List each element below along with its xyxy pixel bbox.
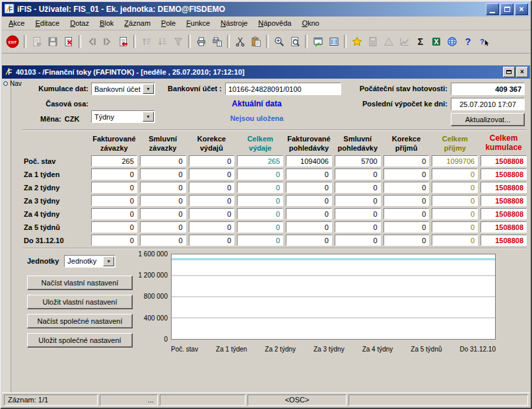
chevron-down-icon[interactable]: ▼ [103, 256, 114, 266]
table-cell[interactable]: 0 [91, 195, 137, 206]
table-cell[interactable]: 0 [432, 168, 478, 180]
favorites-button[interactable] [349, 34, 364, 50]
close-button[interactable]: × [515, 3, 528, 15]
bankovni-ucet-input[interactable] [225, 83, 341, 95]
table-cell[interactable]: 0 [140, 208, 186, 219]
table-cell[interactable]: 1508808 [481, 235, 527, 246]
table-cell[interactable]: 265 [91, 155, 137, 167]
casova-osa-dropdown[interactable]: Týdny ▼ [91, 110, 155, 123]
paste-button[interactable] [248, 34, 263, 50]
maximize-button[interactable] [500, 3, 514, 15]
table-cell[interactable]: 0 [189, 195, 235, 206]
table-cell[interactable]: 0 [189, 168, 235, 180]
table-cell[interactable]: 0 [237, 221, 283, 233]
table-cell[interactable]: 0 [383, 235, 430, 246]
filter-button[interactable] [170, 34, 185, 50]
delta-button[interactable] [381, 34, 396, 50]
ulozit-vlastni-nastaveni-button[interactable]: Uložit vlastní nastavení [27, 295, 133, 309]
table-cell[interactable]: 0 [140, 195, 186, 206]
table-cell[interactable]: 0 [286, 195, 332, 206]
jednotky-dropdown[interactable]: Jednotky ▼ [64, 255, 116, 268]
table-cell[interactable]: 0 [237, 208, 283, 219]
menu-nastroje[interactable]: Nástroje [215, 17, 253, 30]
table-cell[interactable]: 0 [335, 208, 381, 219]
table-cell[interactable]: 0 [286, 168, 332, 180]
table-cell[interactable]: 0 [140, 182, 186, 193]
table-cell[interactable]: 0 [140, 235, 186, 246]
nacist-spolecne-nastaveni-button[interactable]: Načíst společné nastavení [27, 314, 133, 328]
table-cell[interactable]: 265 [237, 155, 283, 167]
table-cell[interactable]: 1508808 [481, 208, 527, 219]
table-cell[interactable]: 0 [286, 182, 332, 193]
pocatecni-stav-field[interactable]: 409 367 [451, 83, 525, 95]
table-cell[interactable]: 0 [432, 235, 478, 246]
print-preview-button[interactable] [209, 34, 224, 50]
save-button[interactable] [45, 34, 60, 50]
zoom-in-button[interactable] [271, 34, 286, 50]
table-cell[interactable]: 0 [432, 208, 478, 219]
cut-button[interactable] [232, 34, 248, 50]
exit-button[interactable]: EXIT [4, 34, 21, 50]
calculator-button[interactable] [365, 34, 380, 50]
table-cell[interactable]: 0 [383, 208, 430, 219]
table-cell[interactable]: 5700 [335, 155, 381, 167]
table-cell[interactable]: 0 [335, 182, 381, 193]
table-cell[interactable]: 1099706 [432, 155, 478, 167]
table-cell[interactable]: 0 [335, 235, 381, 246]
detail-window-button[interactable] [310, 34, 325, 50]
excel-button[interactable]: X [428, 34, 444, 50]
table-cell[interactable]: 1508808 [481, 195, 527, 206]
menu-akce[interactable]: Akce [3, 17, 30, 30]
table-cell[interactable]: 0 [189, 155, 235, 167]
nav-strip[interactable]: Nav [2, 79, 11, 392]
chevron-down-icon[interactable]: ▼ [143, 112, 154, 122]
table-cell[interactable]: 0 [237, 168, 283, 180]
table-cell[interactable]: 0 [432, 182, 478, 193]
menu-dotaz[interactable]: Dotaz [65, 17, 94, 30]
next-block-button[interactable] [100, 34, 115, 50]
menu-funkce[interactable]: Funkce [181, 17, 215, 30]
aktualizovat-button[interactable]: Aktualizovat... [451, 113, 525, 126]
menu-editace[interactable]: Editace [30, 17, 65, 30]
kumulace-dat-dropdown[interactable]: Bankovní účet ▼ [91, 83, 155, 95]
table-cell[interactable]: 0 [91, 235, 137, 246]
sort-desc-button[interactable] [154, 34, 170, 50]
clear-form-button[interactable] [29, 34, 44, 50]
mdi-float-button[interactable] [503, 67, 515, 77]
table-cell[interactable]: 0 [286, 235, 332, 246]
find-button[interactable] [287, 34, 302, 50]
table-cell[interactable]: 0 [335, 195, 381, 206]
minimize-button[interactable] [486, 3, 499, 15]
mdi-close-button[interactable]: × [516, 67, 528, 77]
menu-napoveda[interactable]: Nápověda [253, 17, 296, 30]
sigma-button[interactable]: Σ [413, 34, 428, 50]
table-cell[interactable]: 0 [432, 195, 478, 206]
menu-okno[interactable]: Okno [296, 17, 324, 30]
table-cell[interactable]: 0 [189, 235, 235, 246]
table-cell[interactable]: 0 [432, 221, 478, 233]
menu-blok[interactable]: Blok [94, 17, 119, 30]
table-cell[interactable]: 0 [383, 221, 430, 233]
cancel-button[interactable] [61, 34, 76, 50]
table-cell[interactable]: 0 [140, 168, 186, 180]
table-cell[interactable]: 0 [140, 221, 186, 233]
table-cell[interactable]: 0 [91, 182, 137, 193]
table-cell[interactable]: 0 [335, 221, 381, 233]
table-cell[interactable]: 0 [383, 182, 430, 193]
menu-pole[interactable]: Pole [156, 17, 181, 30]
table-cell[interactable]: 0 [91, 208, 137, 219]
table-cell[interactable]: 0 [189, 208, 235, 219]
table-cell[interactable]: 1508808 [481, 155, 527, 167]
table-cell[interactable]: 0 [237, 235, 283, 246]
table-cell[interactable]: 1508808 [481, 168, 527, 180]
table-cell[interactable]: 0 [383, 155, 430, 167]
table-cell[interactable]: 0 [91, 221, 137, 233]
table-cell[interactable]: 1508808 [481, 221, 527, 233]
table-cell[interactable]: 0 [91, 168, 137, 180]
table-cell[interactable]: 0 [237, 182, 283, 193]
table-cell[interactable]: 0 [383, 195, 430, 206]
help-button[interactable]: ? [460, 34, 475, 50]
table-cell[interactable]: 0 [286, 208, 332, 219]
sort-asc-button[interactable] [139, 34, 154, 50]
web-button[interactable] [444, 34, 459, 50]
